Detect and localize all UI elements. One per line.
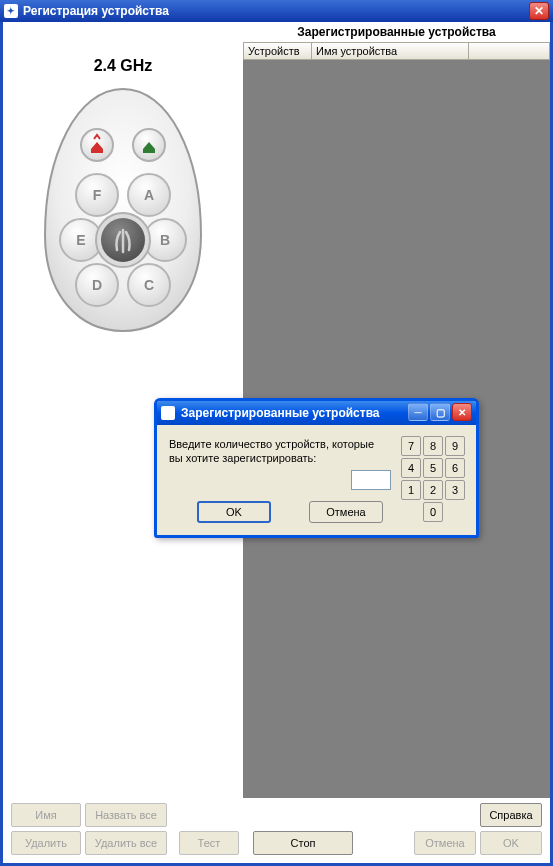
bottom-button-bar: Имя Назвать все Справка Удалить Удалить … <box>7 801 546 859</box>
test-button[interactable]: Тест <box>179 831 239 855</box>
cancel-button[interactable]: Отмена <box>414 831 476 855</box>
remote-button-d-label: D <box>92 277 102 293</box>
keypad-0[interactable]: 0 <box>423 502 443 522</box>
remote-button-a-label: A <box>144 187 154 203</box>
keypad-9[interactable]: 9 <box>445 436 465 456</box>
help-button[interactable]: Справка <box>480 803 542 827</box>
keypad-4[interactable]: 4 <box>401 458 421 478</box>
register-count-dialog: Зарегистрированные устройства ─ ▢ ✕ Введ… <box>154 398 479 538</box>
numeric-keypad: 7 8 9 4 5 6 1 2 3 0 <box>400 435 466 523</box>
frequency-label: 2.4 GHz <box>3 57 243 75</box>
remote-button-c-label: C <box>144 277 154 293</box>
dialog-titlebar[interactable]: Зарегистрированные устройства ─ ▢ ✕ <box>157 401 476 425</box>
dialog-app-icon <box>161 406 175 420</box>
keypad-7[interactable]: 7 <box>401 436 421 456</box>
dialog-close-button[interactable]: ✕ <box>452 403 472 421</box>
dialog-maximize-button[interactable]: ▢ <box>430 403 450 421</box>
delete-button[interactable]: Удалить <box>11 831 81 855</box>
remote-graphic: F A E B D C <box>39 85 207 335</box>
keypad-6[interactable]: 6 <box>445 458 465 478</box>
stop-button[interactable]: Стоп <box>253 831 353 855</box>
dialog-title: Зарегистрированные устройства <box>181 406 380 420</box>
keypad-5[interactable]: 5 <box>423 458 443 478</box>
table-header: Устройств Имя устройства <box>243 42 550 60</box>
dialog-body: Введите количество устройств, которые вы… <box>157 425 476 535</box>
column-device-id[interactable]: Устройств <box>244 43 312 59</box>
window-close-button[interactable]: ✕ <box>529 2 549 20</box>
keypad-1[interactable]: 1 <box>401 480 421 500</box>
main-titlebar: ✦ Регистрация устройства ✕ <box>0 0 553 22</box>
dialog-minimize-button[interactable]: ─ <box>408 403 428 421</box>
keypad-8[interactable]: 8 <box>423 436 443 456</box>
main-client-area: 2.4 GHz <box>0 22 553 866</box>
dialog-cancel-button[interactable]: Отмена <box>309 501 383 523</box>
window-title: Регистрация устройства <box>23 4 169 18</box>
table-title: Зарегистрированные устройства <box>243 22 550 42</box>
remote-button-f-label: F <box>93 187 102 203</box>
remote-button-b-label: B <box>160 232 170 248</box>
dialog-ok-button[interactable]: OK <box>197 501 271 523</box>
remote-button-e-label: E <box>76 232 85 248</box>
column-device-name[interactable]: Имя устройства <box>312 43 469 59</box>
delete-all-button[interactable]: Удалить все <box>85 831 167 855</box>
dialog-prompt: Введите количество устройств, которые вы… <box>169 437 379 466</box>
keypad-3[interactable]: 3 <box>445 480 465 500</box>
app-icon: ✦ <box>4 4 18 18</box>
ok-button[interactable]: OK <box>480 831 542 855</box>
device-count-input[interactable] <box>351 470 391 490</box>
name-all-button[interactable]: Назвать все <box>85 803 167 827</box>
column-empty[interactable] <box>469 43 549 59</box>
keypad-2[interactable]: 2 <box>423 480 443 500</box>
name-button[interactable]: Имя <box>11 803 81 827</box>
